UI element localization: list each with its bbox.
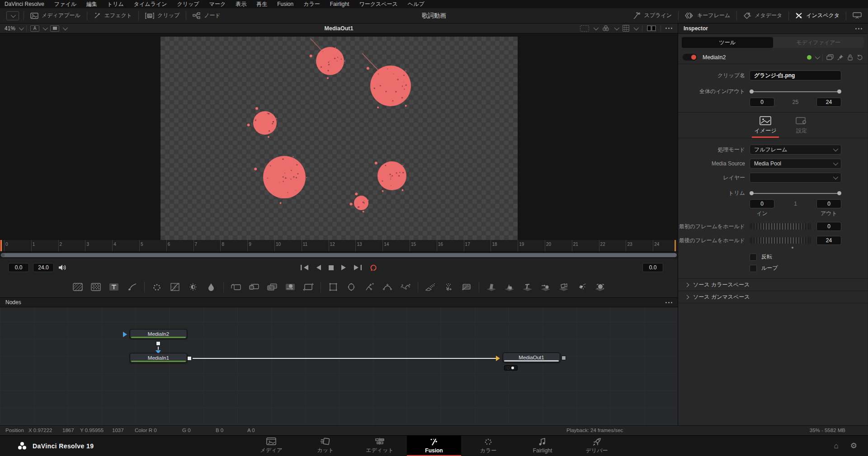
panel-collapse-button[interactable] xyxy=(6,11,19,20)
viewer-options-button[interactable] xyxy=(665,28,672,29)
menu-item-1[interactable]: ファイル xyxy=(54,0,76,8)
viewer2-dot[interactable] xyxy=(511,367,514,369)
spot-light-3d-tool-button[interactable] xyxy=(576,281,588,293)
hue-curves-tool-button[interactable] xyxy=(205,281,217,293)
color-curves-tool-button[interactable] xyxy=(169,281,181,293)
layer-dropdown[interactable] xyxy=(750,173,841,183)
keyframes-button[interactable]: キーフレーム xyxy=(679,8,736,23)
chevron-down-icon[interactable] xyxy=(43,25,48,30)
trim-out-field[interactable]: 0 xyxy=(816,199,841,208)
menu-item-8[interactable]: 再生 xyxy=(256,0,267,8)
viewer1-dot[interactable] xyxy=(507,367,509,369)
menu-item-7[interactable]: 表示 xyxy=(236,0,246,8)
polygon-mask-tool-button[interactable] xyxy=(363,281,375,293)
hold-last-field[interactable]: 24 xyxy=(816,236,841,245)
inspector-button[interactable]: インスペクタ xyxy=(789,8,846,23)
loop-playback-button[interactable] xyxy=(369,264,378,271)
bspline-mask-tool-button[interactable] xyxy=(382,281,393,293)
menu-item-5[interactable]: クリップ xyxy=(177,0,199,8)
viewer-canvas[interactable] xyxy=(0,33,678,240)
stop-button[interactable] xyxy=(328,265,334,271)
paint-tool-button[interactable] xyxy=(126,281,138,293)
global-in-field[interactable]: 0 xyxy=(750,98,774,107)
timeline-ruler[interactable]: 0123456789101112131415161718192021222324 xyxy=(0,240,678,252)
trim-slider[interactable] xyxy=(750,191,841,196)
node-media-in1[interactable]: MediaIn1 xyxy=(130,353,187,363)
page-deliver[interactable]: デリバー xyxy=(570,436,624,456)
chevron-down-icon[interactable] xyxy=(614,25,619,30)
reverse-checkbox[interactable] xyxy=(750,254,757,261)
node-media-in2[interactable]: MediaIn2 xyxy=(130,329,187,339)
color-corrector-tool-button[interactable] xyxy=(151,281,163,293)
merge-3d-tool-button[interactable] xyxy=(540,281,552,293)
media-in2-output-socket[interactable] xyxy=(156,341,160,346)
page-cut[interactable]: カット xyxy=(298,436,353,456)
process-mode-dropdown[interactable]: フルフレーム xyxy=(750,145,841,155)
menu-item-11[interactable]: Fairlight xyxy=(330,1,349,7)
tab-tools[interactable]: ツール xyxy=(682,37,773,48)
media-in2-input-arrow[interactable] xyxy=(123,332,127,337)
page-fairlight[interactable]: Fairlight xyxy=(515,436,570,456)
chevron-down-icon[interactable] xyxy=(634,25,639,30)
page-media[interactable]: メディア xyxy=(244,436,298,456)
menu-item-10[interactable]: カラー xyxy=(303,0,320,8)
channel-select-button[interactable]: A xyxy=(30,25,39,32)
hold-first-field[interactable]: 0 xyxy=(816,222,841,231)
nodes-options-button[interactable] xyxy=(665,302,672,303)
pin-button[interactable] xyxy=(837,54,844,61)
page-fusion[interactable]: Fusion xyxy=(407,436,461,456)
node-enable-toggle[interactable] xyxy=(683,54,697,61)
tab-image[interactable]: イメージ xyxy=(750,113,780,138)
viewer-assign-buttons[interactable] xyxy=(504,365,518,371)
grid-icon[interactable] xyxy=(623,25,629,32)
page-color[interactable]: カラー xyxy=(461,436,515,456)
brightness-contrast-tool-button[interactable] xyxy=(187,281,199,293)
menu-item-0[interactable]: DaVinci Resolve xyxy=(5,1,44,7)
roi-icon[interactable] xyxy=(580,25,589,32)
menu-item-3[interactable]: トリム xyxy=(107,0,124,8)
media-source-dropdown[interactable]: Media Pool xyxy=(750,159,841,169)
hold-last-thumbwheel[interactable] xyxy=(750,237,811,244)
loop-checkbox[interactable] xyxy=(750,265,757,272)
source-gamma-space-section[interactable]: ソース ガンマスペース xyxy=(678,291,868,303)
color-wheels-icon[interactable] xyxy=(602,25,610,32)
go-to-start-button[interactable] xyxy=(300,264,309,271)
node-graph[interactable]: MediaIn2 MediaIn1 MediaOut1 xyxy=(0,307,678,425)
clip-name-field[interactable]: グランジ-白.png xyxy=(750,71,841,80)
nodes-button[interactable]: ノード xyxy=(186,8,227,23)
matte-merge-tool-button[interactable] xyxy=(284,281,296,293)
effects-button[interactable]: エフェクト xyxy=(87,8,138,23)
go-to-end-button[interactable] xyxy=(354,264,363,271)
particle-render-tool-button[interactable] xyxy=(443,281,454,293)
layout-select-button[interactable] xyxy=(50,25,59,32)
image-plane-3d-tool-button[interactable] xyxy=(486,281,497,293)
viewer-zoom-level[interactable]: 41% xyxy=(5,25,15,32)
merge-tool-button[interactable] xyxy=(230,281,242,293)
menu-item-6[interactable]: マーク xyxy=(209,0,226,8)
menu-item-9[interactable]: Fusion xyxy=(277,1,293,7)
transform-tool-button[interactable] xyxy=(302,281,314,293)
dual-viewer-icon[interactable] xyxy=(647,25,656,31)
renderer-3d-tool-button[interactable] xyxy=(594,281,606,293)
trim-in-field[interactable]: 0 xyxy=(750,199,774,208)
background-tool-button[interactable] xyxy=(72,281,84,293)
home-icon[interactable]: ⌂ xyxy=(834,442,838,451)
node-media-out1[interactable]: MediaOut1 xyxy=(503,353,560,362)
particle-emitter-tool-button[interactable] xyxy=(425,281,436,293)
reset-button[interactable] xyxy=(857,54,863,61)
lock-button[interactable] xyxy=(847,54,853,61)
camera-3d-tool-button[interactable] xyxy=(558,281,570,293)
menu-item-13[interactable]: ヘルプ xyxy=(408,0,425,8)
inspector-options-button[interactable] xyxy=(855,28,862,29)
chevron-down-icon[interactable] xyxy=(815,54,820,59)
ellipse-mask-tool-button[interactable] xyxy=(345,281,357,293)
chevron-down-icon[interactable] xyxy=(594,25,599,30)
media-out1-output-socket[interactable] xyxy=(561,356,566,360)
tab-modifiers[interactable]: モディファイアー xyxy=(773,37,864,48)
page-edit[interactable]: エディット xyxy=(353,436,407,456)
metadata-button[interactable]: メタデータ xyxy=(737,8,788,23)
play-reverse-button[interactable] xyxy=(315,264,322,271)
settings-gear-icon[interactable]: ⚙ xyxy=(850,441,857,451)
source-color-space-section[interactable]: ソース カラースペース xyxy=(678,278,868,291)
scrollbar-knob[interactable] xyxy=(1,254,5,257)
